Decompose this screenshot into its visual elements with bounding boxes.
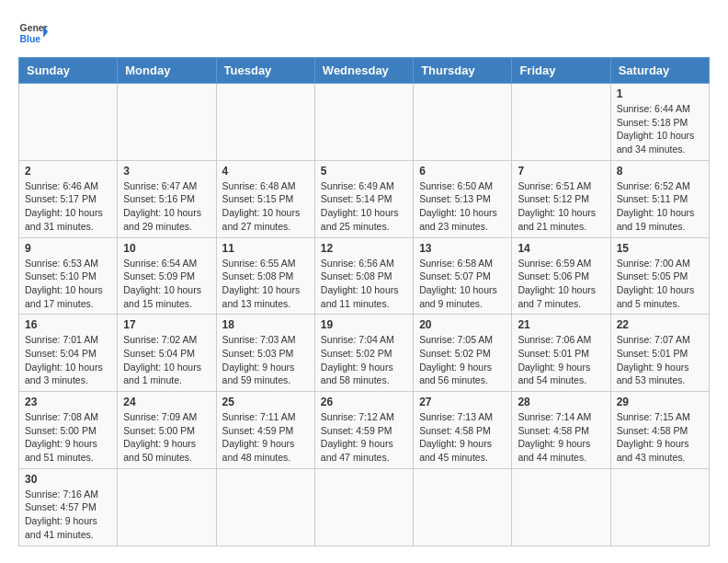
calendar-cell: 10Sunrise: 6:54 AM Sunset: 5:09 PM Dayli… xyxy=(118,237,216,315)
calendar-cell: 27Sunrise: 7:13 AM Sunset: 4:58 PM Dayli… xyxy=(414,392,512,469)
calendar-cell: 22Sunrise: 7:07 AM Sunset: 5:01 PM Dayli… xyxy=(610,315,709,392)
calendar-cell xyxy=(314,84,413,161)
day-number: 24 xyxy=(123,396,210,408)
day-content: Sunrise: 7:15 AM Sunset: 4:58 PM Dayligh… xyxy=(617,410,703,465)
logo-icon: General Blue xyxy=(18,18,48,48)
day-number: 8 xyxy=(617,165,703,178)
calendar-cell: 21Sunrise: 7:06 AM Sunset: 5:01 PM Dayli… xyxy=(512,315,610,392)
calendar-cell: 12Sunrise: 6:56 AM Sunset: 5:08 PM Dayli… xyxy=(314,237,413,315)
svg-text:Blue: Blue xyxy=(20,34,41,44)
week-row-5: 30Sunrise: 7:16 AM Sunset: 4:57 PM Dayli… xyxy=(19,468,710,546)
day-content: Sunrise: 7:13 AM Sunset: 4:58 PM Dayligh… xyxy=(419,410,506,465)
calendar-cell: 6Sunrise: 6:50 AM Sunset: 5:13 PM Daylig… xyxy=(414,160,512,237)
calendar-cell: 17Sunrise: 7:02 AM Sunset: 5:04 PM Dayli… xyxy=(118,315,216,392)
day-content: Sunrise: 7:07 AM Sunset: 5:01 PM Dayligh… xyxy=(617,333,703,387)
day-number: 23 xyxy=(25,396,111,408)
calendar-cell: 5Sunrise: 6:49 AM Sunset: 5:14 PM Daylig… xyxy=(314,160,413,237)
day-content: Sunrise: 7:16 AM Sunset: 4:57 PM Dayligh… xyxy=(25,488,111,542)
day-number: 5 xyxy=(321,165,407,178)
day-content: Sunrise: 6:47 AM Sunset: 5:16 PM Dayligh… xyxy=(123,179,210,234)
calendar: SundayMondayTuesdayWednesdayThursdayFrid… xyxy=(18,57,710,546)
day-content: Sunrise: 7:11 AM Sunset: 4:59 PM Dayligh… xyxy=(222,410,309,465)
day-content: Sunrise: 7:05 AM Sunset: 5:02 PM Dayligh… xyxy=(419,333,506,387)
days-header-row: SundayMondayTuesdayWednesdayThursdayFrid… xyxy=(19,58,710,84)
calendar-cell xyxy=(19,84,118,161)
day-content: Sunrise: 6:52 AM Sunset: 5:11 PM Dayligh… xyxy=(617,179,703,234)
day-number: 20 xyxy=(419,318,506,331)
calendar-cell xyxy=(314,468,413,546)
calendar-cell: 2Sunrise: 6:46 AM Sunset: 5:17 PM Daylig… xyxy=(19,160,118,237)
calendar-cell: 23Sunrise: 7:08 AM Sunset: 5:00 PM Dayli… xyxy=(19,392,118,469)
day-content: Sunrise: 6:46 AM Sunset: 5:17 PM Dayligh… xyxy=(25,179,111,234)
day-number: 22 xyxy=(617,318,703,331)
day-content: Sunrise: 6:50 AM Sunset: 5:13 PM Dayligh… xyxy=(419,179,506,234)
day-number: 30 xyxy=(25,473,111,486)
calendar-cell: 11Sunrise: 6:55 AM Sunset: 5:08 PM Dayli… xyxy=(216,237,314,315)
day-content: Sunrise: 7:09 AM Sunset: 5:00 PM Dayligh… xyxy=(123,410,210,465)
day-number: 2 xyxy=(25,165,111,178)
calendar-cell: 7Sunrise: 6:51 AM Sunset: 5:12 PM Daylig… xyxy=(512,160,610,237)
week-row-3: 16Sunrise: 7:01 AM Sunset: 5:04 PM Dayli… xyxy=(19,315,710,392)
day-number: 10 xyxy=(123,242,210,255)
week-row-1: 2Sunrise: 6:46 AM Sunset: 5:17 PM Daylig… xyxy=(19,160,710,237)
day-header-friday: Friday xyxy=(512,58,610,84)
day-number: 15 xyxy=(617,242,703,255)
day-content: Sunrise: 7:12 AM Sunset: 4:59 PM Dayligh… xyxy=(321,410,407,465)
day-content: Sunrise: 7:01 AM Sunset: 5:04 PM Dayligh… xyxy=(25,333,111,387)
calendar-cell xyxy=(414,84,512,161)
calendar-cell xyxy=(512,84,610,161)
day-number: 29 xyxy=(617,396,703,408)
day-header-sunday: Sunday xyxy=(19,58,118,84)
day-header-wednesday: Wednesday xyxy=(314,58,413,84)
header: General Blue xyxy=(18,18,710,48)
day-number: 9 xyxy=(25,242,111,255)
day-content: Sunrise: 6:48 AM Sunset: 5:15 PM Dayligh… xyxy=(222,179,309,234)
day-header-monday: Monday xyxy=(118,58,216,84)
day-number: 11 xyxy=(222,242,309,255)
day-content: Sunrise: 7:00 AM Sunset: 5:05 PM Dayligh… xyxy=(617,257,703,311)
day-content: Sunrise: 7:03 AM Sunset: 5:03 PM Dayligh… xyxy=(222,333,309,387)
day-number: 12 xyxy=(321,242,407,255)
day-content: Sunrise: 7:14 AM Sunset: 4:58 PM Dayligh… xyxy=(518,410,604,465)
day-header-thursday: Thursday xyxy=(414,58,512,84)
calendar-cell: 20Sunrise: 7:05 AM Sunset: 5:02 PM Dayli… xyxy=(414,315,512,392)
day-content: Sunrise: 7:08 AM Sunset: 5:00 PM Dayligh… xyxy=(25,410,111,465)
day-header-saturday: Saturday xyxy=(610,58,709,84)
calendar-cell: 9Sunrise: 6:53 AM Sunset: 5:10 PM Daylig… xyxy=(19,237,118,315)
day-content: Sunrise: 6:53 AM Sunset: 5:10 PM Dayligh… xyxy=(25,257,111,311)
day-content: Sunrise: 7:04 AM Sunset: 5:02 PM Dayligh… xyxy=(321,333,407,387)
day-number: 13 xyxy=(419,242,506,255)
calendar-cell: 13Sunrise: 6:58 AM Sunset: 5:07 PM Dayli… xyxy=(414,237,512,315)
calendar-cell: 26Sunrise: 7:12 AM Sunset: 4:59 PM Dayli… xyxy=(314,392,413,469)
day-number: 19 xyxy=(321,318,407,331)
calendar-cell xyxy=(414,468,512,546)
day-number: 3 xyxy=(123,165,210,178)
day-number: 27 xyxy=(419,396,506,408)
day-number: 7 xyxy=(518,165,604,178)
week-row-2: 9Sunrise: 6:53 AM Sunset: 5:10 PM Daylig… xyxy=(19,237,710,315)
calendar-cell: 24Sunrise: 7:09 AM Sunset: 5:00 PM Dayli… xyxy=(118,392,216,469)
calendar-cell: 15Sunrise: 7:00 AM Sunset: 5:05 PM Dayli… xyxy=(610,237,709,315)
calendar-cell: 14Sunrise: 6:59 AM Sunset: 5:06 PM Dayli… xyxy=(512,237,610,315)
day-number: 4 xyxy=(222,165,309,178)
calendar-cell xyxy=(216,468,314,546)
day-content: Sunrise: 6:58 AM Sunset: 5:07 PM Dayligh… xyxy=(419,257,506,311)
calendar-cell: 18Sunrise: 7:03 AM Sunset: 5:03 PM Dayli… xyxy=(216,315,314,392)
day-content: Sunrise: 6:49 AM Sunset: 5:14 PM Dayligh… xyxy=(321,179,407,234)
day-number: 25 xyxy=(222,396,309,408)
calendar-cell xyxy=(118,468,216,546)
day-number: 14 xyxy=(518,242,604,255)
day-content: Sunrise: 6:55 AM Sunset: 5:08 PM Dayligh… xyxy=(222,257,309,311)
day-number: 26 xyxy=(321,396,407,408)
day-content: Sunrise: 7:06 AM Sunset: 5:01 PM Dayligh… xyxy=(518,333,604,387)
day-number: 16 xyxy=(25,318,111,331)
day-content: Sunrise: 7:02 AM Sunset: 5:04 PM Dayligh… xyxy=(123,333,210,387)
week-row-0: 1Sunrise: 6:44 AM Sunset: 5:18 PM Daylig… xyxy=(19,84,710,161)
day-number: 1 xyxy=(617,87,703,100)
day-number: 6 xyxy=(419,165,506,178)
logo: General Blue xyxy=(18,18,48,48)
calendar-cell xyxy=(610,468,709,546)
day-content: Sunrise: 6:44 AM Sunset: 5:18 PM Dayligh… xyxy=(617,102,703,156)
day-content: Sunrise: 6:59 AM Sunset: 5:06 PM Dayligh… xyxy=(518,257,604,311)
day-content: Sunrise: 6:54 AM Sunset: 5:09 PM Dayligh… xyxy=(123,257,210,311)
